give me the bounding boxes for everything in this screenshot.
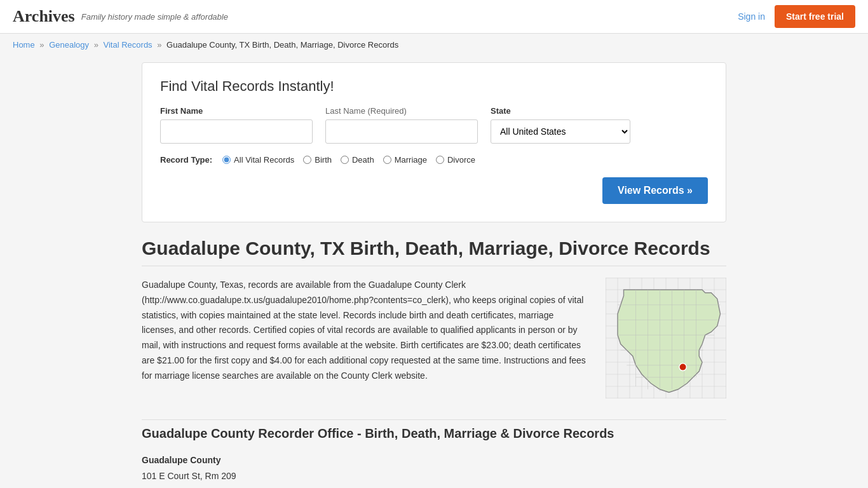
content-section: Guadalupe County, Texas, records are ava… <box>142 278 726 400</box>
radio-birth[interactable]: Birth <box>303 155 332 165</box>
content-text: Guadalupe County, Texas, records are ava… <box>142 278 587 400</box>
logo: Archives <box>13 7 75 26</box>
breadcrumb: Home » Genealogy » Vital Records » Guada… <box>0 34 868 56</box>
start-trial-button[interactable]: Start free trial <box>775 5 855 28</box>
last-name-group: Last Name (Required) <box>325 106 478 144</box>
tagline: Family history made simple & affordable <box>81 12 228 22</box>
breadcrumb-vital-records[interactable]: Vital Records <box>104 40 153 50</box>
state-group: State All United States <box>491 106 630 144</box>
radio-group: All Vital Records Birth Death Marriage D… <box>222 155 475 165</box>
page-title: Guadalupe County, TX Birth, Death, Marri… <box>142 238 726 259</box>
btn-row: View Records » <box>160 177 708 204</box>
breadcrumb-genealogy[interactable]: Genealogy <box>49 40 89 50</box>
main-content: Find Vital Records Instantly! First Name… <box>129 56 739 488</box>
state-label: State <box>491 106 630 116</box>
last-name-label: Last Name (Required) <box>325 106 478 116</box>
county-marker <box>679 363 686 370</box>
first-name-label: First Name <box>160 106 313 116</box>
address-line2: Seguin, TX 78155 <box>142 484 726 488</box>
breadcrumb-home[interactable]: Home <box>13 40 35 50</box>
description-text: Guadalupe County, Texas, records are ava… <box>142 278 587 384</box>
record-type-label: Record Type: <box>160 155 212 165</box>
address-line1: 101 E Court St, Rm 209 <box>142 468 726 484</box>
office-info: Guadalupe County 101 E Court St, Rm 209 … <box>142 452 726 488</box>
first-name-group: First Name <box>160 106 313 144</box>
breadcrumb-current: Guadalupe County, TX Birth, Death, Marri… <box>166 40 398 50</box>
record-type-row: Record Type: All Vital Records Birth Dea… <box>160 155 708 165</box>
last-name-input[interactable] <box>325 119 478 144</box>
recorder-title: Guadalupe County Recorder Office - Birth… <box>142 419 726 441</box>
first-name-input[interactable] <box>160 119 313 144</box>
site-header: Archives Family history made simple & af… <box>0 0 868 34</box>
sign-in-link[interactable]: Sign in <box>738 11 765 22</box>
radio-marriage[interactable]: Marriage <box>383 155 427 165</box>
radio-death[interactable]: Death <box>341 155 374 165</box>
header-left: Archives Family history made simple & af… <box>13 7 228 26</box>
breadcrumb-sep-1: » <box>39 40 44 50</box>
breadcrumb-sep-2: » <box>94 40 98 50</box>
office-name: Guadalupe County <box>142 455 220 465</box>
view-records-button[interactable]: View Records » <box>602 177 708 204</box>
search-title: Find Vital Records Instantly! <box>160 78 708 95</box>
title-divider <box>142 266 726 266</box>
breadcrumb-sep-3: » <box>157 40 161 50</box>
texas-map <box>606 278 726 400</box>
search-fields: First Name Last Name (Required) State Al… <box>160 106 708 144</box>
search-box: Find Vital Records Instantly! First Name… <box>142 62 726 222</box>
state-select[interactable]: All United States <box>491 119 630 144</box>
radio-divorce[interactable]: Divorce <box>436 155 475 165</box>
texas-map-svg <box>606 278 726 398</box>
header-right: Sign in Start free trial <box>738 5 855 28</box>
radio-all[interactable]: All Vital Records <box>222 155 294 165</box>
